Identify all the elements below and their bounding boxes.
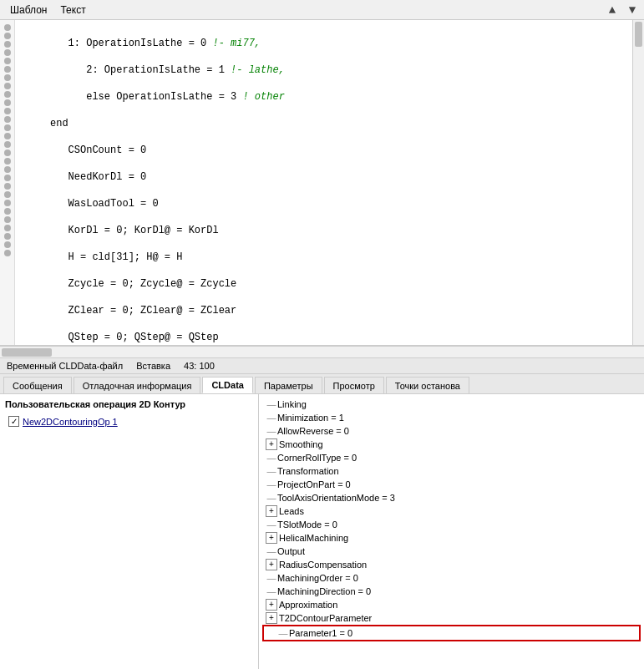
line-indicators bbox=[0, 20, 15, 345]
nav-up-icon[interactable]: ▲ bbox=[604, 2, 621, 18]
tree-item-label: AllowReverse = 0 bbox=[277, 424, 349, 438]
nav-icons: ▲ ▼ bbox=[604, 2, 641, 18]
insert-label: Вставка bbox=[136, 361, 170, 371]
tree-item-smoothing[interactable]: + Smoothing bbox=[264, 438, 639, 451]
expand-icon[interactable]: + bbox=[266, 599, 277, 611]
tree-item-label: Output bbox=[277, 545, 305, 558]
tree-item-label: TSlotMode = 0 bbox=[277, 518, 337, 531]
line-dot bbox=[4, 41, 11, 48]
line-dot bbox=[4, 99, 11, 106]
operation-checkbox[interactable]: ✓ bbox=[8, 416, 19, 427]
tree-item-leads[interactable]: + Leads bbox=[264, 504, 639, 518]
line-dot bbox=[4, 233, 11, 240]
tree-line-icon: — bbox=[266, 545, 277, 558]
tree-item-label: T2DContourParameter bbox=[279, 611, 372, 625]
expand-icon[interactable]: + bbox=[266, 559, 277, 570]
line-dot bbox=[4, 191, 11, 198]
menu-template[interactable]: Шаблон bbox=[3, 3, 53, 18]
tab-params[interactable]: Параметры bbox=[255, 377, 322, 393]
line-dot bbox=[4, 158, 11, 165]
tab-cldata[interactable]: CLData bbox=[202, 377, 253, 393]
horizontal-scrollbar[interactable] bbox=[0, 346, 644, 357]
line-dot bbox=[4, 24, 11, 31]
tree-line-icon: — bbox=[266, 518, 277, 531]
line-dot bbox=[4, 116, 11, 123]
line-dot bbox=[4, 58, 11, 64]
tab-debug[interactable]: Отладочная информация bbox=[74, 377, 201, 393]
code-content[interactable]: 1: OperationIsLathe = 0 !- mi77, 2: Oper… bbox=[15, 20, 632, 345]
tree-line-icon: — bbox=[266, 451, 277, 464]
tree-item-linking: — Linking bbox=[264, 398, 639, 411]
tree-item-t2dcontourparameter[interactable]: + T2DContourParameter bbox=[264, 611, 639, 625]
tree-line-icon: — bbox=[266, 585, 277, 598]
line-dot bbox=[4, 208, 11, 215]
left-panel-title: Пользовательская операция 2D Контур bbox=[5, 399, 253, 409]
line-dot bbox=[4, 241, 11, 248]
line-dot bbox=[4, 133, 11, 139]
expand-icon[interactable]: + bbox=[266, 612, 277, 624]
tree-item-label: Linking bbox=[277, 398, 307, 411]
tree-item-output: — Output bbox=[264, 545, 639, 558]
tree-item-approximation[interactable]: + Approximation bbox=[264, 598, 639, 611]
line-dot bbox=[4, 124, 11, 131]
tree-item-transformation: — Transformation bbox=[264, 464, 639, 478]
line-dot bbox=[4, 66, 11, 73]
h-scrollbar-thumb[interactable] bbox=[2, 348, 52, 357]
tree-item-cornerrolltype: — CornerRollType = 0 bbox=[264, 451, 639, 464]
line-dot bbox=[4, 216, 11, 223]
line-dot bbox=[4, 225, 11, 231]
line-dot bbox=[4, 183, 11, 190]
tree-item-label: Minimization = 1 bbox=[277, 411, 344, 424]
left-panel: Пользовательская операция 2D Контур ✓ Ne… bbox=[0, 394, 259, 669]
tree-item-label: ProjectOnPart = 0 bbox=[277, 478, 351, 491]
tab-messages[interactable]: Сообщения bbox=[3, 377, 72, 393]
status-bar: Временный CLDData-файл Вставка 43: 100 bbox=[0, 357, 644, 374]
line-dot bbox=[4, 150, 11, 156]
expand-icon[interactable]: + bbox=[266, 505, 277, 517]
tree-item-helicalmachining[interactable]: + HelicalMachining bbox=[264, 531, 639, 545]
operation-name[interactable]: New2DContouringOp 1 bbox=[23, 417, 118, 427]
tree-line-icon: — bbox=[277, 626, 289, 640]
tree-item-label: RadiusCompensation bbox=[279, 558, 367, 571]
line-dot bbox=[4, 83, 11, 89]
expand-icon[interactable]: + bbox=[266, 532, 277, 544]
tree-item-radiuscompensation[interactable]: + RadiusCompensation bbox=[264, 558, 639, 571]
tree-line-icon: — bbox=[266, 464, 277, 478]
right-panel[interactable]: — Linking — Minimization = 1 — AllowReve… bbox=[259, 394, 644, 669]
tree-line-icon: — bbox=[266, 491, 277, 504]
tree-line-icon: — bbox=[266, 424, 277, 438]
tree-item-label: ToolAxisOrientationMode = 3 bbox=[277, 491, 395, 504]
tab-preview[interactable]: Просмотр bbox=[324, 377, 384, 393]
tree-item-label: Leads bbox=[279, 504, 304, 518]
file-label: Временный CLDData-файл bbox=[7, 361, 123, 371]
line-dot bbox=[4, 108, 11, 114]
menu-text[interactable]: Текст bbox=[53, 3, 92, 18]
tree-item-label: HelicalMachining bbox=[279, 531, 348, 545]
line-dot bbox=[4, 91, 11, 98]
tree-item-minimization: — Minimization = 1 bbox=[264, 411, 639, 424]
tree-item-label: Transformation bbox=[277, 464, 339, 478]
tree-item-label: Parameter1 = 0 bbox=[289, 626, 352, 640]
tree-item-label: MachiningOrder = 0 bbox=[277, 571, 358, 585]
vertical-scrollbar[interactable] bbox=[632, 20, 644, 345]
tree-item-label: MachiningDirection = 0 bbox=[277, 585, 371, 598]
tree-line-icon: — bbox=[266, 411, 277, 424]
tree-item-machiningdirection: — MachiningDirection = 0 bbox=[264, 585, 639, 598]
tab-bar: Сообщения Отладочная информация CLData П… bbox=[0, 374, 644, 394]
tree-item-tslotmode: — TSlotMode = 0 bbox=[264, 518, 639, 531]
scrollbar-thumb[interactable] bbox=[635, 22, 642, 47]
expand-icon[interactable]: + bbox=[266, 438, 277, 450]
bottom-panel: Пользовательская операция 2D Контур ✓ Ne… bbox=[0, 394, 644, 669]
line-dot bbox=[4, 175, 11, 181]
tab-breakpoints[interactable]: Точки останова bbox=[386, 377, 469, 393]
operation-item[interactable]: ✓ New2DContouringOp 1 bbox=[5, 414, 253, 428]
position-label: 43: 100 bbox=[184, 361, 215, 371]
nav-down-icon[interactable]: ▼ bbox=[624, 2, 641, 18]
code-editor: 1: OperationIsLathe = 0 !- mi77, 2: Oper… bbox=[0, 20, 644, 346]
tree-item-parameter1[interactable]: — Parameter1 = 0 bbox=[264, 626, 639, 640]
line-dot bbox=[4, 166, 11, 173]
line-dot bbox=[4, 49, 11, 56]
line-dot bbox=[4, 250, 11, 256]
tree-item-label: Smoothing bbox=[279, 438, 323, 451]
menu-bar: Шаблон Текст ▲ ▼ bbox=[0, 0, 644, 20]
